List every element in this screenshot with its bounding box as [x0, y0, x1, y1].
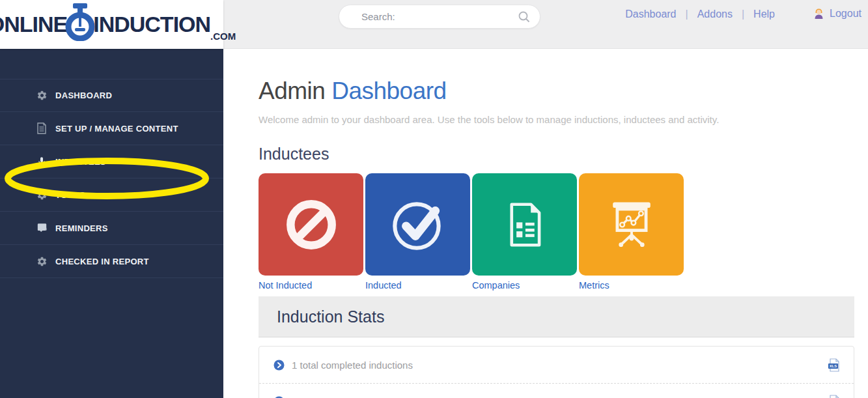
sidebar: DASHBOARD SET UP / MANAGE CONTENT INDUCT… — [0, 49, 223, 398]
tile-not-inducted[interactable] — [259, 173, 363, 276]
gear-icon — [36, 90, 48, 102]
main-content: Admin Dashboard Welcome admin to your da… — [223, 49, 868, 398]
welcome-subtitle: Welcome admin to your dashboard area. Us… — [259, 114, 868, 125]
microphone-icon — [36, 156, 48, 167]
tile-metrics[interactable] — [579, 173, 684, 276]
sidebar-item-checked-in-report[interactable]: CHECKED IN REPORT — [0, 245, 223, 278]
logo[interactable]: ONLINE INDUCTION .COM — [0, 0, 223, 49]
inductees-heading: Inductees — [259, 145, 868, 163]
sidebar-item-dashboard[interactable]: DASHBOARD — [0, 79, 223, 112]
page-title-prefix: Admin — [259, 78, 331, 104]
prohibited-icon — [280, 193, 343, 256]
search-bar[interactable] — [339, 5, 540, 29]
report-document-icon — [495, 195, 555, 255]
document-icon — [36, 122, 48, 134]
sidebar-item-reminders[interactable]: REMINDERS — [0, 212, 223, 245]
induction-stats-header: Induction Stats — [259, 296, 854, 337]
user-avatar-icon — [813, 7, 825, 20]
nav-link-dashboard[interactable]: Dashboard — [625, 8, 676, 20]
presentation-chart-icon — [600, 193, 663, 256]
chevron-circle-icon — [273, 360, 285, 371]
sidebar-item-setup-manage-content[interactable]: SET UP / MANAGE CONTENT — [0, 112, 223, 145]
logout-label: Logout — [830, 8, 861, 20]
tile-label-not-inducted[interactable]: Not Inducted — [259, 280, 363, 291]
induction-stats-heading: Induction Stats — [277, 307, 384, 326]
sidebar-item-tools[interactable]: TOOLS — [0, 178, 223, 212]
stopwatch-icon — [65, 3, 95, 44]
search-input[interactable] — [361, 11, 518, 22]
chat-bubbles-icon — [36, 222, 48, 234]
page-title-highlight: Dashboard — [331, 78, 447, 104]
page-title: Admin Dashboard — [259, 78, 868, 105]
sidebar-item-label: REMINDERS — [55, 223, 108, 233]
induction-stats-panel: 1 total completed inductions XLS 11 tota… — [259, 346, 854, 398]
sidebar-item-label: INDUCTEES — [55, 157, 106, 167]
check-circle-icon — [385, 192, 451, 258]
sidebar-item-label: SET UP / MANAGE CONTENT — [55, 124, 178, 134]
stat-row-completed-inductions[interactable]: 1 total completed inductions XLS — [259, 347, 854, 383]
inductees-tiles: Not Inducted Inducted — [259, 173, 868, 291]
tile-companies[interactable] — [472, 173, 577, 276]
logout-button[interactable]: Logout — [813, 7, 861, 20]
search-icon[interactable] — [518, 10, 531, 23]
svg-text:XLS: XLS — [830, 364, 837, 368]
nav-separator: | — [686, 8, 688, 20]
stat-text: 1 total completed inductions — [292, 360, 413, 371]
nav-link-addons[interactable]: Addons — [697, 8, 733, 20]
top-nav: Dashboard | Addons | Help — [625, 8, 775, 20]
xls-export-icon[interactable]: XLS — [828, 395, 841, 398]
logo-text-com: .COM — [210, 31, 236, 45]
gear-icon — [36, 189, 48, 201]
logo-text-online: ONLINE — [0, 12, 67, 37]
stat-row-registered-inductees[interactable]: 11 total registered inductees XLS — [259, 383, 854, 398]
sidebar-item-label: DASHBOARD — [55, 91, 112, 100]
top-header: Dashboard | Addons | Help Logout — [223, 0, 868, 49]
xls-export-icon[interactable]: XLS — [828, 358, 841, 372]
tile-label-inducted[interactable]: Inducted — [365, 280, 470, 291]
gear-icon — [36, 255, 48, 267]
sidebar-item-label: CHECKED IN REPORT — [55, 257, 149, 266]
sidebar-item-label: TOOLS — [55, 190, 85, 200]
nav-separator: | — [742, 8, 744, 20]
logo-text-induction: INDUCTION — [93, 12, 210, 37]
tile-inducted[interactable] — [365, 173, 470, 276]
tile-label-companies[interactable]: Companies — [472, 280, 577, 291]
nav-link-help[interactable]: Help — [753, 8, 775, 20]
tile-label-metrics[interactable]: Metrics — [579, 280, 684, 291]
sidebar-item-inductees[interactable]: INDUCTEES — [0, 145, 223, 178]
